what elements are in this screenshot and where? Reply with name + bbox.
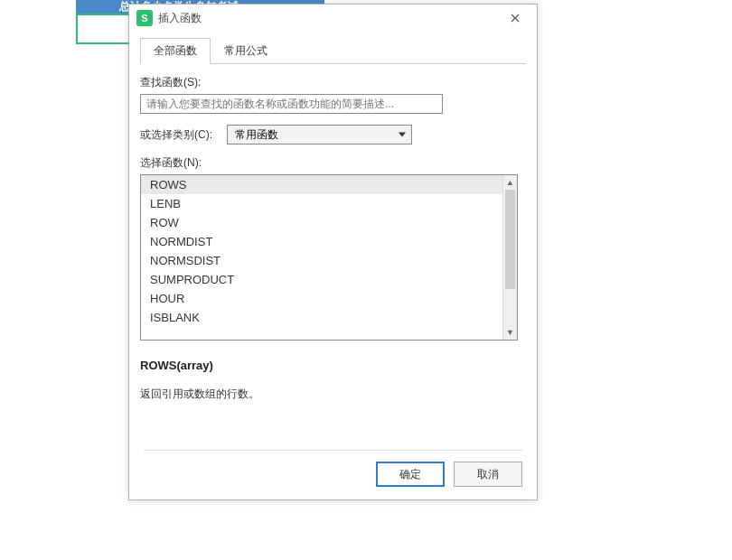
scroll-down-arrow[interactable]: ▼ bbox=[503, 325, 517, 340]
listbox-scrollbar[interactable]: ▲ ▼ bbox=[502, 175, 517, 340]
app-icon: S bbox=[136, 10, 153, 26]
dialog-title: 插入函数 bbox=[158, 11, 501, 26]
list-item[interactable]: LENB bbox=[141, 194, 502, 213]
category-select[interactable]: 常用函数 bbox=[227, 125, 412, 145]
list-item[interactable]: SUMPRODUCT bbox=[141, 270, 502, 289]
scroll-up-arrow[interactable]: ▲ bbox=[503, 175, 517, 190]
list-item[interactable]: HOUR bbox=[141, 289, 502, 308]
list-item[interactable]: NORMDIST bbox=[141, 232, 502, 251]
dialog-titlebar[interactable]: S 插入函数 bbox=[129, 5, 537, 32]
function-description: 返回引用或数组的行数。 bbox=[140, 387, 526, 402]
scroll-thumb[interactable] bbox=[505, 190, 515, 289]
list-item[interactable]: ROW bbox=[141, 213, 502, 232]
tab-all-functions[interactable]: 全部函数 bbox=[140, 38, 211, 64]
search-label: 查找函数(S): bbox=[140, 75, 526, 90]
cancel-button[interactable]: 取消 bbox=[454, 462, 522, 487]
dialog-button-row: 确定 取消 bbox=[144, 450, 522, 487]
ok-button[interactable]: 确定 bbox=[376, 462, 445, 487]
function-listbox[interactable]: ROWSLENBROWNORMDISTNORMSDISTSUMPRODUCTHO… bbox=[140, 174, 518, 341]
category-label: 或选择类别(C): bbox=[140, 127, 212, 143]
insert-function-dialog: S 插入函数 全部函数 常用公式 查找函数(S): 或选择类别(C): 常用函数… bbox=[128, 4, 538, 500]
dialog-body: 全部函数 常用公式 查找函数(S): 或选择类别(C): 常用函数 选择函数(N… bbox=[129, 32, 537, 449]
list-item[interactable]: NORMSDIST bbox=[141, 251, 502, 270]
tab-bar: 全部函数 常用公式 bbox=[140, 37, 526, 64]
close-button[interactable] bbox=[501, 7, 530, 29]
tab-common-formulas[interactable]: 常用公式 bbox=[211, 38, 281, 64]
close-icon bbox=[511, 14, 520, 23]
select-function-label: 选择函数(N): bbox=[140, 155, 526, 171]
list-item[interactable]: ROWS bbox=[141, 175, 502, 194]
category-selected-value: 常用函数 bbox=[235, 127, 278, 143]
function-syntax: ROWS(array) bbox=[140, 359, 526, 372]
search-input[interactable] bbox=[140, 94, 443, 114]
list-item[interactable]: ISBLANK bbox=[141, 308, 502, 327]
